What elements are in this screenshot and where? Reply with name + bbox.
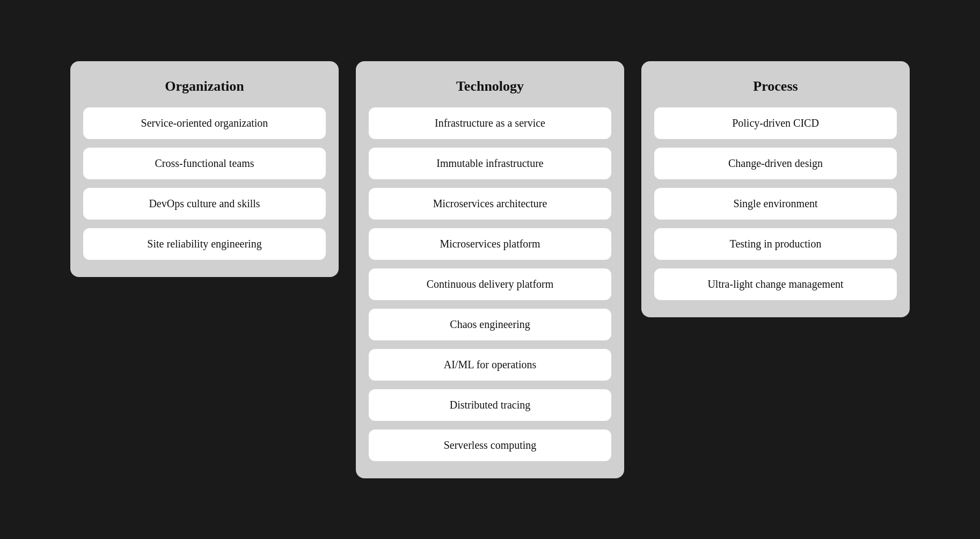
item-card-technology-0: Infrastructure as a service (369, 107, 611, 139)
column-process: ProcessPolicy-driven CICDChange-driven d… (641, 61, 910, 317)
item-card-technology-7: Distributed tracing (369, 389, 611, 421)
item-card-technology-3: Microservices platform (369, 228, 611, 260)
item-card-organization-0: Service-oriented organization (83, 107, 326, 139)
item-card-organization-1: Cross-functional teams (83, 148, 326, 179)
column-title-organization: Organization (165, 78, 244, 94)
item-card-process-4: Ultra-light change management (654, 268, 897, 300)
item-card-process-1: Change-driven design (654, 148, 897, 179)
column-technology: TechnologyInfrastructure as a serviceImm… (356, 61, 624, 478)
column-organization: OrganizationService-oriented organizatio… (70, 61, 339, 277)
item-card-technology-5: Chaos engineering (369, 309, 611, 340)
item-card-technology-1: Immutable infrastructure (369, 148, 611, 179)
item-card-technology-2: Microservices architecture (369, 188, 611, 220)
item-card-process-2: Single environment (654, 188, 897, 220)
column-title-process: Process (753, 78, 798, 94)
item-card-process-0: Policy-driven CICD (654, 107, 897, 139)
item-card-technology-6: AI/ML for operations (369, 349, 611, 381)
item-card-technology-4: Continuous delivery platform (369, 268, 611, 300)
item-card-technology-8: Serverless computing (369, 429, 611, 461)
item-card-organization-3: Site reliability engineering (83, 228, 326, 260)
main-container: OrganizationService-oriented organizatio… (0, 29, 980, 511)
item-card-process-3: Testing in production (654, 228, 897, 260)
item-card-organization-2: DevOps culture and skills (83, 188, 326, 220)
column-title-technology: Technology (456, 78, 524, 94)
